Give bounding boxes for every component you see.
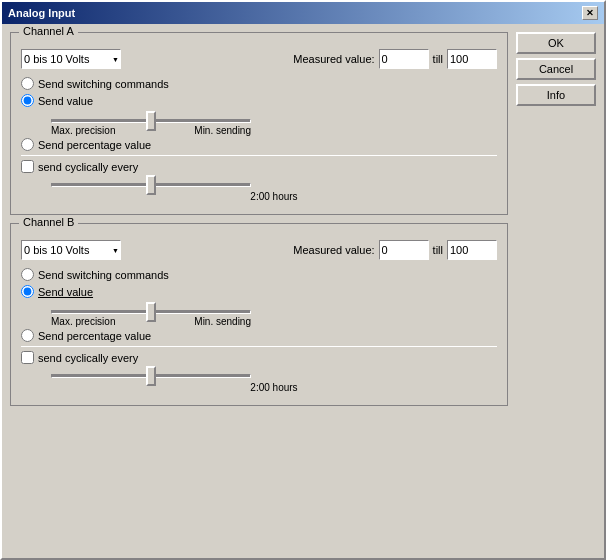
channel-b-label: Channel B <box>19 216 78 228</box>
channel-b-measured-label: Measured value: <box>293 244 374 256</box>
channel-b-group: Channel B 0 bis 10 Volts 0 bis 5 Volts ±… <box>10 223 508 406</box>
channel-a-from-input[interactable] <box>379 49 429 69</box>
channel-a-slider2-track <box>51 183 251 187</box>
channel-a-slider1-thumb[interactable] <box>146 111 156 131</box>
channel-a-checkbox[interactable] <box>21 160 34 173</box>
channel-a-slider1-container: Max. precision Min. sending <box>51 111 497 136</box>
channel-a-hours-label: 2:00 hours <box>51 191 497 202</box>
channel-b-slider2-track <box>51 374 251 378</box>
channel-b-slider1-left: Max. precision <box>51 316 115 327</box>
channel-a-radio1-row: Send switching commands <box>21 77 497 90</box>
channel-b-divider <box>21 346 497 347</box>
channel-a-top-row: 0 bis 10 Volts 0 bis 5 Volts ±10 Volts ±… <box>21 49 497 69</box>
channel-a-slider1-left: Max. precision <box>51 125 115 136</box>
channel-a-slider1-track <box>51 119 251 123</box>
channel-a-select[interactable]: 0 bis 10 Volts 0 bis 5 Volts ±10 Volts ±… <box>21 49 121 69</box>
channel-b-select[interactable]: 0 bis 10 Volts 0 bis 5 Volts ±10 Volts ±… <box>21 240 121 260</box>
channel-a-slider1-right: Min. sending <box>194 125 251 136</box>
channel-b-slider1-container: Max. precision Min. sending <box>51 302 497 327</box>
channel-b-to-input[interactable] <box>447 240 497 260</box>
channel-a-radio3-label[interactable]: Send percentage value <box>38 139 151 151</box>
channel-b-top-row: 0 bis 10 Volts 0 bis 5 Volts ±10 Volts ±… <box>21 240 497 260</box>
ok-button[interactable]: OK <box>516 32 596 54</box>
channel-a-till-label: till <box>433 53 443 65</box>
channel-a-divider <box>21 155 497 156</box>
window-title: Analog Input <box>8 7 75 19</box>
channel-b-slider1-right: Min. sending <box>194 316 251 327</box>
channel-a-to-input[interactable] <box>447 49 497 69</box>
channel-b-slider1-thumb[interactable] <box>146 302 156 322</box>
channel-b-radio1[interactable] <box>21 268 34 281</box>
channel-a-select-wrapper: 0 bis 10 Volts 0 bis 5 Volts ±10 Volts ±… <box>21 49 121 69</box>
channel-a-radio1[interactable] <box>21 77 34 90</box>
channel-a-checkbox-label[interactable]: send cyclically every <box>38 161 138 173</box>
channel-a-group: Channel A 0 bis 10 Volts 0 bis 5 Volts ±… <box>10 32 508 215</box>
channel-a-radio3[interactable] <box>21 138 34 151</box>
main-window: Analog Input ✕ Channel A 0 bis 10 Volts … <box>0 0 606 560</box>
channel-b-checkbox-row: send cyclically every <box>21 351 497 364</box>
channel-b-hours-label: 2:00 hours <box>51 382 497 393</box>
cancel-button[interactable]: Cancel <box>516 58 596 80</box>
close-button[interactable]: ✕ <box>582 6 598 20</box>
channel-b-till-label: till <box>433 244 443 256</box>
channel-a-radio2-row: Send value <box>21 94 497 107</box>
channel-a-slider2-thumb[interactable] <box>146 175 156 195</box>
channel-b-radio3-label[interactable]: Send percentage value <box>38 330 151 342</box>
window-body: Channel A 0 bis 10 Volts 0 bis 5 Volts ±… <box>2 24 604 558</box>
channel-b-slider2-container: 2:00 hours <box>51 366 497 393</box>
channel-b-radio1-label[interactable]: Send switching commands <box>38 269 169 281</box>
channel-a-radio1-label[interactable]: Send switching commands <box>38 78 169 90</box>
sidebar: OK Cancel Info <box>516 32 596 550</box>
channel-b-slider1-track <box>51 310 251 314</box>
main-content: Channel A 0 bis 10 Volts 0 bis 5 Volts ±… <box>10 32 508 550</box>
channel-a-checkbox-row: send cyclically every <box>21 160 497 173</box>
channel-a-label: Channel A <box>19 25 78 37</box>
channel-b-from-input[interactable] <box>379 240 429 260</box>
title-bar: Analog Input ✕ <box>2 2 604 24</box>
channel-a-radio2[interactable] <box>21 94 34 107</box>
info-button[interactable]: Info <box>516 84 596 106</box>
channel-b-checkbox-label[interactable]: send cyclically every <box>38 352 138 364</box>
channel-a-measured-label: Measured value: <box>293 53 374 65</box>
channel-b-checkbox[interactable] <box>21 351 34 364</box>
channel-b-select-wrapper: 0 bis 10 Volts 0 bis 5 Volts ±10 Volts ±… <box>21 240 121 260</box>
channel-a-radio2-label[interactable]: Send value <box>38 95 93 107</box>
channel-b-slider2-thumb[interactable] <box>146 366 156 386</box>
channel-a-slider2-container: 2:00 hours <box>51 175 497 202</box>
channel-b-radio2[interactable] <box>21 285 34 298</box>
channel-b-radio1-row: Send switching commands <box>21 268 497 281</box>
channel-b-radio3[interactable] <box>21 329 34 342</box>
channel-b-radio2-label[interactable]: Send value <box>38 286 93 298</box>
channel-b-radio2-row: Send value <box>21 285 497 298</box>
channel-b-radio3-row: Send percentage value <box>21 329 497 342</box>
title-bar-title: Analog Input <box>8 7 75 19</box>
channel-a-radio3-row: Send percentage value <box>21 138 497 151</box>
